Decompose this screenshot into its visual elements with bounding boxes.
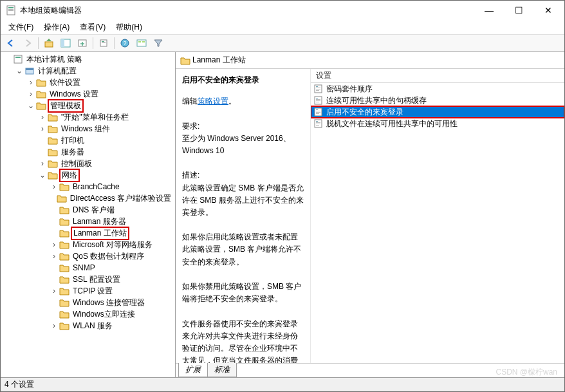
- tree-item-microsoft-peer[interactable]: ›Microsoft 对等网络服务: [1, 239, 175, 250]
- tree-item-tcpip[interactable]: ›TCPIP 设置: [1, 285, 175, 297]
- svg-rect-31: [316, 109, 318, 110]
- collapse-icon[interactable]: ⌄: [26, 101, 35, 110]
- svg-rect-22: [316, 88, 320, 88]
- filter-button[interactable]: [151, 36, 166, 50]
- collapse-icon[interactable]: ⌄: [38, 171, 47, 180]
- maximize-button[interactable]: ☐: [504, 1, 533, 20]
- menu-file[interactable]: 文件(F): [3, 21, 39, 34]
- forward-button: [20, 36, 35, 50]
- svg-rect-16: [14, 55, 22, 63]
- expand-icon[interactable]: ›: [50, 182, 59, 191]
- edit-policy-link[interactable]: 策略设置: [198, 97, 228, 106]
- setting-item[interactable]: 连续可用性共享中的句柄缓存: [311, 95, 564, 106]
- expand-icon[interactable]: ›: [38, 113, 47, 122]
- tree-label: 服务器: [60, 147, 86, 158]
- toolbar: ?: [1, 34, 564, 52]
- expand-icon[interactable]: ›: [26, 78, 35, 87]
- tree-label: Microsoft 对等网络服务: [71, 239, 154, 250]
- tree-item-software-settings[interactable]: ›软件设置: [1, 77, 175, 88]
- template-button[interactable]: [134, 36, 149, 50]
- tree-item-start-menu[interactable]: ›"开始"菜单和任务栏: [1, 111, 175, 123]
- show-hide-tree-button[interactable]: [58, 36, 73, 50]
- tabs: 扩展 标准: [176, 363, 564, 377]
- tree-item-control-panel[interactable]: ›控制面板: [1, 158, 175, 169]
- expand-icon[interactable]: ›: [38, 124, 47, 133]
- tree-item-win-conn-mgr[interactable]: Windows 连接管理器: [1, 297, 175, 308]
- expand-icon[interactable]: ›: [38, 159, 47, 168]
- path-label: Lanman 工作站: [192, 55, 246, 66]
- tree-label: DirectAccess 客户端体验设置: [69, 193, 172, 204]
- tree-item-root[interactable]: 本地计算机 策略: [1, 53, 175, 65]
- properties-button[interactable]: [96, 36, 111, 50]
- minimize-button[interactable]: —: [474, 1, 504, 20]
- tree-item-wlan[interactable]: ›WLAN 服务: [1, 320, 175, 331]
- tree-pane[interactable]: 本地计算机 策略⌄计算机配置›软件设置›Windows 设置⌄管理模板›"开始"…: [1, 52, 176, 377]
- tab-standard[interactable]: 标准: [207, 363, 237, 377]
- tree-item-admin-templates[interactable]: ⌄管理模板: [1, 100, 175, 111]
- menu-action[interactable]: 操作(A): [39, 21, 75, 34]
- svg-rect-28: [316, 100, 320, 101]
- tree-item-computer-config[interactable]: ⌄计算机配置: [1, 65, 175, 77]
- tree-item-branch-cache[interactable]: ›BranchCache: [1, 181, 175, 192]
- window-title: 本地组策略编辑器: [20, 5, 474, 16]
- expand-icon[interactable]: ›: [50, 240, 59, 249]
- svg-rect-32: [316, 111, 320, 111]
- settings-header[interactable]: 设置: [311, 69, 564, 83]
- menu-help[interactable]: 帮助(H): [111, 21, 147, 34]
- tree-item-snmp[interactable]: SNMP: [1, 262, 175, 274]
- menu-view[interactable]: 查看(V): [75, 21, 111, 34]
- tree-label: SSL 配置设置: [71, 274, 122, 285]
- description-panel: 启用不安全的来宾登录 编辑策略设置。 要求: 至少为 Windows Serve…: [176, 69, 311, 363]
- tree-label: Windows立即连接: [71, 309, 136, 320]
- svg-rect-33: [316, 112, 320, 113]
- tree-item-windows-settings[interactable]: ›Windows 设置: [1, 88, 175, 100]
- tree-label: QoS 数据包计划程序: [71, 251, 145, 262]
- setting-item[interactable]: 脱机文件在连续可用性共享中的可用性: [311, 118, 564, 129]
- tree-label: WLAN 服务: [71, 321, 114, 331]
- setting-label: 密码套件顺序: [326, 84, 373, 95]
- expand-icon[interactable]: ›: [50, 321, 59, 330]
- export-button[interactable]: [75, 36, 90, 50]
- tree-item-ssl[interactable]: SSL 配置设置: [1, 274, 175, 285]
- expand-icon[interactable]: ›: [26, 89, 35, 98]
- up-button[interactable]: [41, 36, 57, 50]
- tab-extended[interactable]: 扩展: [178, 363, 208, 377]
- expand-icon[interactable]: ›: [50, 286, 59, 295]
- tree-item-direct-access[interactable]: DirectAccess 客户端体验设置: [1, 192, 175, 204]
- help-button[interactable]: ?: [117, 36, 133, 50]
- tree-label: 本地计算机 策略: [25, 54, 84, 65]
- svg-rect-6: [61, 39, 64, 47]
- svg-rect-21: [316, 86, 318, 87]
- settings-list: 设置 密码套件顺序连续可用性共享中的句柄缓存启用不安全的来宾登录脱机文件在连续可…: [311, 69, 564, 363]
- tree-item-lanman-workstation[interactable]: Lanman 工作站: [1, 227, 175, 239]
- tree-label: 软件设置: [48, 77, 82, 88]
- titlebar: 本地组策略编辑器 — ☐ ✕: [1, 1, 564, 20]
- tree-item-dns-client[interactable]: DNS 客户端: [1, 204, 175, 216]
- tree-item-qos[interactable]: ›QoS 数据包计划程序: [1, 250, 175, 262]
- svg-rect-2: [8, 9, 14, 10]
- status-text: 4 个设置: [5, 379, 34, 390]
- close-button[interactable]: ✕: [533, 1, 563, 20]
- setting-item[interactable]: 密码套件顺序: [311, 83, 564, 95]
- tree-label: Lanman 服务器: [71, 216, 127, 227]
- setting-label: 启用不安全的来宾登录: [326, 107, 403, 118]
- tree-label: SNMP: [71, 263, 97, 272]
- back-button[interactable]: [3, 36, 19, 50]
- tree-item-lanman-server[interactable]: Lanman 服务器: [1, 216, 175, 227]
- tree-item-windows-components[interactable]: ›Windows 组件: [1, 123, 175, 135]
- tree-item-network[interactable]: ⌄网络: [1, 169, 175, 181]
- svg-text:?: ?: [123, 40, 126, 46]
- app-icon: [6, 5, 16, 15]
- tree-item-win-instant[interactable]: Windows立即连接: [1, 308, 175, 320]
- tree-label: "开始"菜单和任务栏: [60, 112, 130, 123]
- tree-item-printers[interactable]: 打印机: [1, 135, 175, 146]
- setting-label: 脱机文件在连续可用性共享中的可用性: [326, 118, 458, 129]
- setting-item[interactable]: 启用不安全的来宾登录: [311, 106, 564, 118]
- tree-item-server[interactable]: 服务器: [1, 146, 175, 158]
- tree-label: 计算机配置: [37, 66, 78, 77]
- collapse-icon[interactable]: ⌄: [15, 66, 24, 75]
- svg-rect-27: [316, 99, 320, 100]
- tree-label: 管理模板: [48, 99, 84, 113]
- svg-rect-4: [45, 42, 53, 47]
- expand-icon[interactable]: ›: [50, 252, 59, 261]
